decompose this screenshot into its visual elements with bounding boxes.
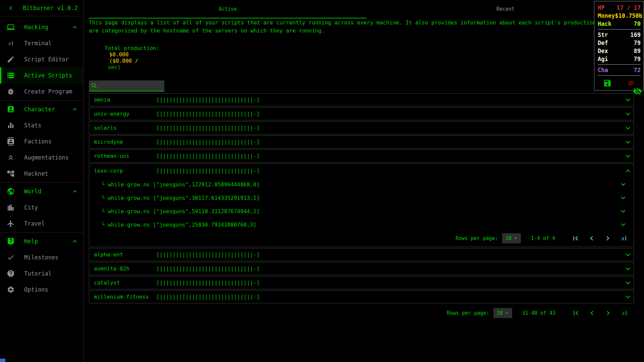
sidebar-nav: Hacking Terminal Script Editor Active Sc… bbox=[0, 16, 83, 298]
search-input[interactable] bbox=[99, 82, 160, 89]
server-row-omnia[interactable]: omnia [|||||||||||||||||||||||||||||-] bbox=[89, 93, 634, 106]
chevron-down-icon[interactable] bbox=[624, 96, 632, 104]
save-game-icon[interactable] bbox=[603, 79, 612, 87]
chevron-up-icon bbox=[71, 238, 78, 245]
chevron-down-icon[interactable] bbox=[624, 293, 632, 301]
globe-icon bbox=[7, 187, 15, 195]
chevron-up-icon[interactable] bbox=[624, 167, 632, 175]
checkmark-icon bbox=[7, 253, 15, 261]
kill-scripts-icon[interactable] bbox=[627, 79, 635, 87]
chevron-down-icon[interactable] bbox=[619, 193, 628, 202]
ram-progress-bar: [|||||||||||||||||||||||||||||-] bbox=[156, 97, 260, 103]
visibility-off-icon[interactable] bbox=[633, 87, 642, 96]
cha-row: Cha72 bbox=[598, 66, 641, 74]
def-row: Def79 bbox=[598, 39, 641, 47]
chevron-down-icon[interactable] bbox=[624, 152, 632, 161]
server-row-lexo-corp[interactable]: lexo-corp [|||||||||||||||||||||||||||||… bbox=[89, 164, 634, 178]
server-row-alpha-ent[interactable]: alpha-ent [|||||||||||||||||||||||||||||… bbox=[89, 248, 634, 261]
sidebar-item-script-editor[interactable]: Script Editor bbox=[0, 51, 83, 67]
sidebar-item-hacking[interactable]: Hacking bbox=[0, 19, 83, 35]
chevron-down-icon[interactable] bbox=[624, 110, 632, 118]
server-row-catalyst[interactable]: catalyst [|||||||||||||||||||||||||||||-… bbox=[89, 276, 634, 289]
double-arrow-up-icon bbox=[7, 154, 15, 162]
server-row-millenium-fitness[interactable]: millenium-fitness [|||||||||||||||||||||… bbox=[89, 290, 634, 303]
previous-page-button[interactable] bbox=[588, 309, 596, 317]
server-row-solaris[interactable]: solaris [|||||||||||||||||||||||||||||-] bbox=[89, 121, 634, 134]
chevron-down-icon[interactable] bbox=[619, 220, 628, 229]
sidebar-item-terminal[interactable]: Terminal bbox=[0, 35, 83, 51]
agi-value: 79 bbox=[634, 55, 641, 63]
agi-row: Agi79 bbox=[598, 55, 641, 63]
sidebar-item-city[interactable]: City bbox=[0, 199, 83, 216]
sidebar-item-milestones[interactable]: Milestones bbox=[0, 249, 83, 265]
tab-active[interactable]: Active bbox=[89, 0, 367, 18]
money-label: Money bbox=[598, 12, 615, 20]
chevron-down-icon[interactable] bbox=[624, 138, 632, 146]
city-icon bbox=[7, 203, 15, 212]
bar-chart-icon bbox=[7, 121, 15, 129]
first-page-button[interactable] bbox=[571, 234, 580, 243]
overview-divider bbox=[598, 64, 641, 65]
network-tree-icon bbox=[7, 170, 15, 178]
rows-per-page-select[interactable]: 10 bbox=[493, 308, 512, 318]
hack-label: Hack bbox=[598, 20, 611, 28]
next-page-button[interactable] bbox=[603, 234, 612, 243]
rows-per-page-label: Rows per page: bbox=[455, 235, 498, 241]
ram-progress-bar: [|||||||||||||||||||||||||||||-] bbox=[156, 251, 260, 258]
server-row-microdyne[interactable]: microdyne [|||||||||||||||||||||||||||||… bbox=[89, 135, 634, 148]
dex-value: 89 bbox=[634, 47, 641, 55]
sidebar-item-active-scripts[interactable]: Active Scripts bbox=[0, 67, 83, 83]
chevron-down-icon[interactable] bbox=[624, 279, 632, 287]
laptop-icon bbox=[7, 23, 15, 31]
sidebar-divider bbox=[0, 232, 83, 233]
collapse-sidebar-icon[interactable] bbox=[7, 4, 15, 12]
script-row[interactable]: └ while-grow.ns ["joesguns",59110.311287… bbox=[89, 204, 634, 218]
script-row[interactable]: └ while-grow.ns ["joesguns",122912.05896… bbox=[89, 178, 634, 191]
sidebar-item-create-program[interactable]: Create Program bbox=[0, 83, 83, 100]
ram-progress-bar: [|||||||||||||||||||||||||||||-] bbox=[156, 153, 260, 159]
rows-per-page-select[interactable]: 10 bbox=[502, 233, 521, 243]
server-row-avmnite-02h[interactable]: avmnite-02h [|||||||||||||||||||||||||||… bbox=[89, 262, 634, 275]
search-icon bbox=[91, 82, 98, 89]
sidebar-item-factions[interactable]: Factions bbox=[0, 133, 83, 149]
chevron-down-icon[interactable] bbox=[624, 124, 632, 132]
sidebar-item-help[interactable]: Help bbox=[0, 233, 83, 249]
agi-label: Agi bbox=[598, 55, 608, 63]
server-row-rothman-uni[interactable]: rothman-uni [|||||||||||||||||||||||||||… bbox=[89, 149, 634, 163]
dropdown-arrow-icon bbox=[503, 310, 510, 316]
chevron-down-icon[interactable] bbox=[619, 180, 628, 189]
sidebar-item-world[interactable]: World bbox=[0, 183, 83, 199]
chevron-down-icon[interactable] bbox=[624, 264, 632, 273]
chevron-down-icon[interactable] bbox=[624, 250, 632, 259]
main-content: Active Recent This page displays a list … bbox=[89, 0, 644, 320]
server-row-univ-energy[interactable]: univ-energy [|||||||||||||||||||||||||||… bbox=[89, 107, 634, 120]
ram-progress-bar: [|||||||||||||||||||||||||||||-] bbox=[156, 125, 260, 131]
sidebar-header: Bitburner v1.0.2 bbox=[0, 0, 83, 16]
first-page-button[interactable] bbox=[572, 309, 580, 317]
last-page-button[interactable] bbox=[620, 309, 629, 317]
script-row[interactable]: └ while-grow.ns ["joesguns",30117.614335… bbox=[89, 191, 634, 204]
last-page-button[interactable] bbox=[620, 234, 628, 243]
sidebar-item-options[interactable]: Options bbox=[0, 282, 83, 298]
chevron-down-icon[interactable] bbox=[619, 207, 628, 216]
sidebar-item-character[interactable]: Character bbox=[0, 101, 83, 117]
script-row[interactable]: └ while-grow.ns ["joesguns",25830.793438… bbox=[89, 218, 634, 231]
ram-progress-bar: [|||||||||||||||||||||||||||||-] bbox=[156, 111, 260, 117]
cha-value: 72 bbox=[634, 66, 641, 74]
character-overview-panel: HP17 / 17 Money$10.750b Hack70 Str169 De… bbox=[594, 1, 644, 90]
scripts-tabbar: Active Recent bbox=[89, 0, 644, 19]
airplane-icon bbox=[7, 220, 15, 228]
sidebar-item-augmentations[interactable]: Augmentations bbox=[0, 149, 83, 166]
pencil-icon bbox=[7, 55, 15, 63]
sidebar-item-tutorial[interactable]: Tutorial bbox=[0, 265, 83, 282]
str-row: Str169 bbox=[598, 31, 641, 39]
previous-page-button[interactable] bbox=[587, 234, 596, 243]
sidebar-item-stats[interactable]: Stats bbox=[0, 117, 83, 133]
next-page-button[interactable] bbox=[604, 309, 612, 317]
sidebar-item-travel[interactable]: Travel bbox=[0, 216, 83, 232]
hack-value: 70 bbox=[634, 20, 641, 28]
sidebar-item-hacknet[interactable]: Hacknet bbox=[0, 166, 83, 182]
hack-row: Hack70 bbox=[598, 20, 641, 28]
production-rate-unit: sec) bbox=[105, 64, 121, 70]
production-rate-money: ($0.000 / bbox=[109, 58, 139, 64]
